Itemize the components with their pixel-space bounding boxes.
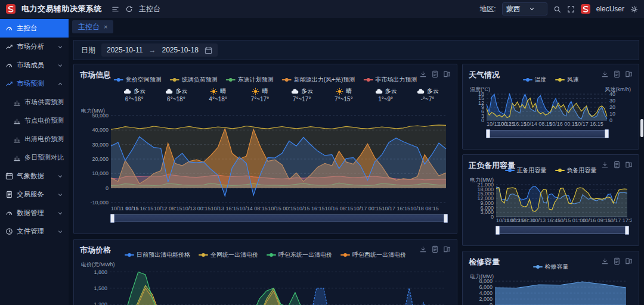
- panel-maintenance: 检修容量 检修容量 02,0004,0006,0008,000电力(MW)10/…: [462, 251, 639, 305]
- legend-item[interactable]: 日前预出清电能价格: [125, 251, 190, 259]
- svg-text:6,000: 6,000: [479, 284, 493, 290]
- panel-weather: 天气情况 温度风速 0369121518010203040温度(°C)风速(km…: [462, 64, 639, 150]
- svg-text:20: 20: [609, 104, 615, 110]
- sunny-icon: [210, 88, 218, 95]
- tab-close-icon[interactable]: ×: [104, 23, 107, 30]
- legend-marker: [282, 79, 292, 80]
- date-range-picker[interactable]: 2025-10-11 → 2025-10-18: [101, 43, 218, 57]
- table-toggle-icon[interactable]: [625, 257, 633, 265]
- legend-item[interactable]: 呼包西统一出清电价: [340, 251, 406, 259]
- legend-marker: [267, 254, 276, 256]
- chart-legend: 正备用容量负备用容量: [505, 166, 597, 175]
- weather-label: 多云: [134, 87, 145, 95]
- chevron-down-icon: [57, 44, 63, 50]
- region-label: 地区:: [479, 4, 496, 14]
- clearing-price-forecast-icon: [13, 135, 21, 143]
- datazoom-slider[interactable]: [496, 226, 628, 234]
- market-info-chart[interactable]: -10,000010,00020,00030,00040,00050,000电力…: [80, 107, 450, 212]
- panel-market-info: 市场信息 竞价空间预测统调负荷预测东送计划预测新能源出力(风+光)预测非市场出力…: [73, 64, 457, 234]
- legend-item[interactable]: 统调负荷预测: [170, 76, 218, 84]
- report-icon[interactable]: [613, 257, 621, 265]
- sidebar-item-weather-data[interactable]: 气象数据: [0, 167, 69, 185]
- download-icon[interactable]: [601, 70, 609, 78]
- date-start-input[interactable]: 2025-10-11: [107, 46, 143, 54]
- svg-text:10/18 08:15: 10/18 08:15: [410, 206, 439, 211]
- username[interactable]: elecUser: [596, 5, 624, 13]
- legend-item[interactable]: 全网统一出清电价: [199, 251, 258, 259]
- report-icon[interactable]: [431, 70, 439, 78]
- chevron-down-icon: [57, 210, 63, 216]
- date-range-arrow: →: [149, 46, 156, 54]
- legend-item[interactable]: 检修容量: [533, 263, 569, 271]
- reserve-chart[interactable]: 03,0006,0009,00012,00015,00018,00021,000…: [469, 176, 632, 224]
- search-icon[interactable]: [553, 5, 561, 13]
- sidebar-item-market-analysis[interactable]: 市场分析: [0, 38, 69, 56]
- weather-chart[interactable]: 0369121518010203040温度(°C)风速(km/h)10/11 0…: [469, 86, 632, 127]
- multiday-forecast-compare-icon: [13, 154, 21, 161]
- legend-item[interactable]: 新能源出力(风+光)预测: [282, 76, 355, 84]
- table-toggle-icon[interactable]: [443, 245, 451, 253]
- supply-demand-forecast-icon: [13, 98, 21, 106]
- sidebar-subitem-clearing-price-forecast[interactable]: 出清电价预测: [0, 130, 69, 148]
- datazoom-slider[interactable]: [111, 214, 447, 222]
- tab-main-console[interactable]: 主控台 ×: [72, 20, 113, 33]
- legend-label: 东送计划预测: [238, 76, 274, 84]
- refresh-icon[interactable]: [125, 5, 133, 13]
- table-toggle-icon[interactable]: [443, 70, 451, 78]
- svg-text:电力(MW): 电力(MW): [470, 177, 494, 183]
- panel-title: 检修容量: [469, 257, 500, 267]
- legend-marker: [114, 79, 123, 80]
- sidebar-item-market-forecast[interactable]: 市场预测: [0, 74, 69, 93]
- legend-item[interactable]: 东送计划预测: [226, 76, 274, 84]
- table-toggle-icon[interactable]: [625, 161, 633, 169]
- calendar-icon[interactable]: [205, 46, 212, 54]
- download-icon[interactable]: [419, 245, 427, 253]
- fullscreen-icon[interactable]: [567, 5, 575, 13]
- sidebar-subitem-supply-demand-forecast[interactable]: 市场供需预测: [0, 93, 69, 111]
- sidebar-item-market-members[interactable]: 市场成员: [0, 56, 69, 74]
- legend-item[interactable]: 呼包东统一出清电价: [267, 251, 332, 259]
- report-icon[interactable]: [431, 245, 439, 253]
- svg-text:10/14 08:15: 10/14 08:15: [524, 121, 552, 127]
- sidebar-item-trade-service[interactable]: 交易服务: [0, 185, 69, 204]
- datazoom-slider[interactable]: [487, 130, 608, 138]
- report-icon[interactable]: [613, 70, 621, 78]
- report-icon[interactable]: [613, 161, 621, 169]
- download-icon[interactable]: [601, 257, 609, 265]
- download-icon[interactable]: [419, 70, 427, 78]
- panel-title: 市场价格: [80, 245, 111, 256]
- legend-item[interactable]: 负备用容量: [555, 166, 597, 175]
- sidebar-collapse-icon[interactable]: [112, 5, 119, 13]
- market-members-icon: [5, 61, 13, 69]
- legend-item[interactable]: 正备用容量: [505, 166, 547, 175]
- date-end-input[interactable]: 2025-10-18: [162, 46, 199, 54]
- panel-title: 天气情况: [469, 70, 500, 80]
- file-management-icon: [5, 228, 13, 235]
- table-toggle-icon[interactable]: [625, 70, 633, 78]
- svg-text:10/16 09:15: 10/16 09:15: [583, 217, 611, 223]
- sidebar-item-dashboard[interactable]: 主控台: [0, 19, 69, 38]
- cloudy-icon: [165, 88, 173, 95]
- sidebar-item-file-management[interactable]: 文件管理: [0, 222, 69, 241]
- maintenance-chart[interactable]: 02,0004,0006,0008,000电力(MW)10/1110/1210/…: [469, 273, 632, 305]
- legend-marker: [555, 170, 565, 171]
- sidebar-item-data-management[interactable]: 数据管理: [0, 204, 69, 222]
- settings-gear-icon[interactable]: [630, 5, 638, 13]
- legend-marker: [170, 79, 179, 80]
- legend-item[interactable]: 风速: [555, 76, 579, 84]
- legend-marker: [555, 79, 565, 80]
- market-price-chart[interactable]: 9001,2001,5001,800电价(元/MWh): [80, 261, 450, 305]
- sidebar-subitem-node-price-forecast[interactable]: 节点电价预测: [0, 111, 69, 130]
- legend-item[interactable]: 非市场出力预测: [363, 76, 417, 84]
- legend-item[interactable]: 温度: [523, 76, 547, 84]
- region-select[interactable]: 蒙西: [502, 2, 547, 15]
- sidebar-subitem-multiday-forecast-compare[interactable]: 多日预测对比: [0, 148, 69, 167]
- top-bar: 电力交易辅助决策系统 主控台 地区: 蒙西 elecUser: [0, 0, 644, 18]
- legend-label: 风速: [567, 76, 579, 84]
- weather-temp-range: 1°~9°: [365, 96, 407, 102]
- weather-day-cell: 多云7°~17°: [281, 87, 323, 106]
- legend-item[interactable]: 竞价空间预测: [114, 76, 162, 84]
- weather-temp-range: 4°~18°: [197, 96, 239, 102]
- scrollbar-thumb[interactable]: [640, 119, 643, 137]
- download-icon[interactable]: [601, 161, 609, 169]
